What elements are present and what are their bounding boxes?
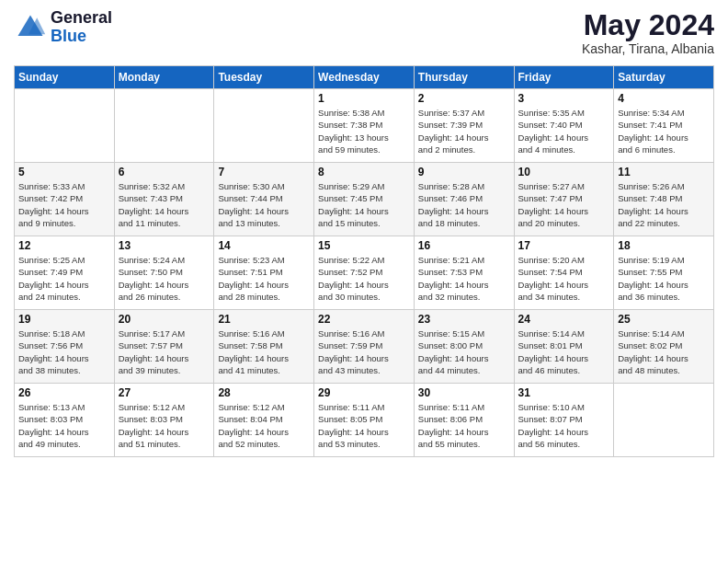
title-block: May 2024 Kashar, Tirana, Albania — [582, 9, 714, 56]
day-info: Sunrise: 5:22 AMSunset: 7:52 PMDaylight:… — [318, 254, 410, 303]
calendar-week-2: 5Sunrise: 5:33 AMSunset: 7:42 PMDaylight… — [15, 163, 714, 236]
day-number: 31 — [518, 386, 610, 399]
day-number: 23 — [418, 313, 510, 326]
day-info: Sunrise: 5:21 AMSunset: 7:53 PMDaylight:… — [418, 254, 510, 303]
calendar-cell: 17Sunrise: 5:20 AMSunset: 7:54 PMDayligh… — [514, 236, 614, 310]
calendar-cell: 1Sunrise: 5:38 AMSunset: 7:38 PMDaylight… — [314, 89, 415, 163]
calendar-cell — [114, 89, 214, 163]
day-info: Sunrise: 5:12 AMSunset: 8:04 PMDaylight:… — [218, 401, 310, 450]
calendar-cell — [15, 89, 115, 163]
location: Kashar, Tirana, Albania — [582, 41, 714, 56]
day-info: Sunrise: 5:15 AMSunset: 8:00 PMDaylight:… — [418, 327, 510, 376]
day-info: Sunrise: 5:30 AMSunset: 7:44 PMDaylight:… — [218, 180, 310, 229]
calendar-cell: 4Sunrise: 5:34 AMSunset: 7:41 PMDaylight… — [614, 89, 714, 163]
calendar-cell: 31Sunrise: 5:10 AMSunset: 8:07 PMDayligh… — [514, 384, 614, 457]
day-info: Sunrise: 5:19 AMSunset: 7:55 PMDaylight:… — [618, 254, 710, 303]
col-monday: Monday — [114, 66, 214, 89]
day-number: 13 — [119, 239, 210, 252]
col-saturday: Saturday — [614, 66, 714, 89]
calendar-cell: 3Sunrise: 5:35 AMSunset: 7:40 PMDaylight… — [514, 89, 614, 163]
day-number: 8 — [318, 166, 410, 178]
calendar-cell: 12Sunrise: 5:25 AMSunset: 7:49 PMDayligh… — [15, 236, 115, 310]
logo-text: General Blue — [51, 9, 112, 46]
day-info: Sunrise: 5:20 AMSunset: 7:54 PMDaylight:… — [518, 254, 610, 303]
calendar-cell — [214, 89, 314, 163]
day-number: 26 — [18, 386, 110, 399]
col-sunday: Sunday — [15, 66, 115, 89]
header: General Blue May 2024 Kashar, Tirana, Al… — [14, 9, 714, 56]
logo-blue: Blue — [51, 27, 86, 45]
calendar-cell: 23Sunrise: 5:15 AMSunset: 8:00 PMDayligh… — [414, 310, 514, 384]
day-number: 15 — [318, 239, 410, 252]
logo-general: General — [51, 8, 112, 27]
calendar-cell: 7Sunrise: 5:30 AMSunset: 7:44 PMDaylight… — [214, 163, 314, 236]
day-info: Sunrise: 5:23 AMSunset: 7:51 PMDaylight:… — [218, 254, 310, 303]
day-info: Sunrise: 5:14 AMSunset: 8:01 PMDaylight:… — [518, 327, 610, 376]
day-number: 19 — [18, 313, 110, 326]
day-info: Sunrise: 5:12 AMSunset: 8:03 PMDaylight:… — [119, 401, 210, 450]
calendar-week-1: 1Sunrise: 5:38 AMSunset: 7:38 PMDaylight… — [15, 89, 714, 163]
calendar-cell: 25Sunrise: 5:14 AMSunset: 8:02 PMDayligh… — [614, 310, 714, 384]
day-number: 4 — [618, 92, 710, 105]
calendar-cell: 19Sunrise: 5:18 AMSunset: 7:56 PMDayligh… — [15, 310, 115, 384]
day-info: Sunrise: 5:29 AMSunset: 7:45 PMDaylight:… — [318, 180, 410, 229]
day-info: Sunrise: 5:37 AMSunset: 7:39 PMDaylight:… — [418, 107, 510, 155]
day-number: 2 — [418, 92, 510, 105]
day-number: 24 — [518, 313, 610, 326]
day-info: Sunrise: 5:38 AMSunset: 7:38 PMDaylight:… — [318, 107, 410, 155]
day-number: 9 — [418, 166, 510, 178]
day-info: Sunrise: 5:10 AMSunset: 8:07 PMDaylight:… — [518, 401, 610, 450]
day-number: 25 — [618, 313, 710, 326]
calendar-cell: 8Sunrise: 5:29 AMSunset: 7:45 PMDaylight… — [314, 163, 415, 236]
calendar-cell: 11Sunrise: 5:26 AMSunset: 7:48 PMDayligh… — [614, 163, 714, 236]
calendar-week-3: 12Sunrise: 5:25 AMSunset: 7:49 PMDayligh… — [15, 236, 714, 310]
calendar-cell: 26Sunrise: 5:13 AMSunset: 8:03 PMDayligh… — [15, 384, 115, 457]
day-info: Sunrise: 5:16 AMSunset: 7:59 PMDaylight:… — [318, 327, 410, 376]
day-info: Sunrise: 5:18 AMSunset: 7:56 PMDaylight:… — [18, 327, 110, 376]
day-number: 3 — [518, 92, 610, 105]
day-info: Sunrise: 5:17 AMSunset: 7:57 PMDaylight:… — [119, 327, 210, 376]
day-info: Sunrise: 5:14 AMSunset: 8:02 PMDaylight:… — [618, 327, 710, 376]
day-info: Sunrise: 5:24 AMSunset: 7:50 PMDaylight:… — [119, 254, 210, 303]
calendar-cell: 22Sunrise: 5:16 AMSunset: 7:59 PMDayligh… — [314, 310, 415, 384]
day-number: 20 — [119, 313, 210, 326]
calendar-cell: 30Sunrise: 5:11 AMSunset: 8:06 PMDayligh… — [414, 384, 514, 457]
month-title: May 2024 — [582, 9, 714, 41]
day-info: Sunrise: 5:16 AMSunset: 7:58 PMDaylight:… — [218, 327, 310, 376]
day-info: Sunrise: 5:27 AMSunset: 7:47 PMDaylight:… — [518, 180, 610, 229]
day-number: 29 — [318, 386, 410, 399]
calendar-cell: 29Sunrise: 5:11 AMSunset: 8:05 PMDayligh… — [314, 384, 415, 457]
day-number: 21 — [218, 313, 310, 326]
logo: General Blue — [14, 9, 112, 46]
day-number: 16 — [418, 239, 510, 252]
col-friday: Friday — [514, 66, 614, 89]
day-info: Sunrise: 5:33 AMSunset: 7:42 PMDaylight:… — [18, 180, 110, 229]
day-number: 10 — [518, 166, 610, 178]
day-info: Sunrise: 5:28 AMSunset: 7:46 PMDaylight:… — [418, 180, 510, 229]
day-info: Sunrise: 5:26 AMSunset: 7:48 PMDaylight:… — [618, 180, 710, 229]
calendar-cell: 5Sunrise: 5:33 AMSunset: 7:42 PMDaylight… — [15, 163, 115, 236]
calendar-cell: 10Sunrise: 5:27 AMSunset: 7:47 PMDayligh… — [514, 163, 614, 236]
day-info: Sunrise: 5:32 AMSunset: 7:43 PMDaylight:… — [119, 180, 210, 229]
calendar-cell: 28Sunrise: 5:12 AMSunset: 8:04 PMDayligh… — [214, 384, 314, 457]
day-number: 5 — [18, 166, 110, 178]
calendar-cell: 27Sunrise: 5:12 AMSunset: 8:03 PMDayligh… — [114, 384, 214, 457]
header-row: Sunday Monday Tuesday Wednesday Thursday… — [15, 66, 714, 89]
day-info: Sunrise: 5:11 AMSunset: 8:06 PMDaylight:… — [418, 401, 510, 450]
day-number: 28 — [218, 386, 310, 399]
day-info: Sunrise: 5:25 AMSunset: 7:49 PMDaylight:… — [18, 254, 110, 303]
day-number: 22 — [318, 313, 410, 326]
day-number: 6 — [119, 166, 210, 178]
day-number: 17 — [518, 239, 610, 252]
day-number: 12 — [18, 239, 110, 252]
calendar-cell: 15Sunrise: 5:22 AMSunset: 7:52 PMDayligh… — [314, 236, 415, 310]
calendar-header: Sunday Monday Tuesday Wednesday Thursday… — [15, 66, 714, 89]
calendar-cell: 2Sunrise: 5:37 AMSunset: 7:39 PMDaylight… — [414, 89, 514, 163]
day-number: 1 — [318, 92, 410, 105]
day-number: 7 — [218, 166, 310, 178]
calendar-page: General Blue May 2024 Kashar, Tirana, Al… — [0, 0, 728, 563]
day-info: Sunrise: 5:34 AMSunset: 7:41 PMDaylight:… — [618, 107, 710, 155]
calendar-cell: 9Sunrise: 5:28 AMSunset: 7:46 PMDaylight… — [414, 163, 514, 236]
day-number: 30 — [418, 386, 510, 399]
day-info: Sunrise: 5:35 AMSunset: 7:40 PMDaylight:… — [518, 107, 610, 155]
